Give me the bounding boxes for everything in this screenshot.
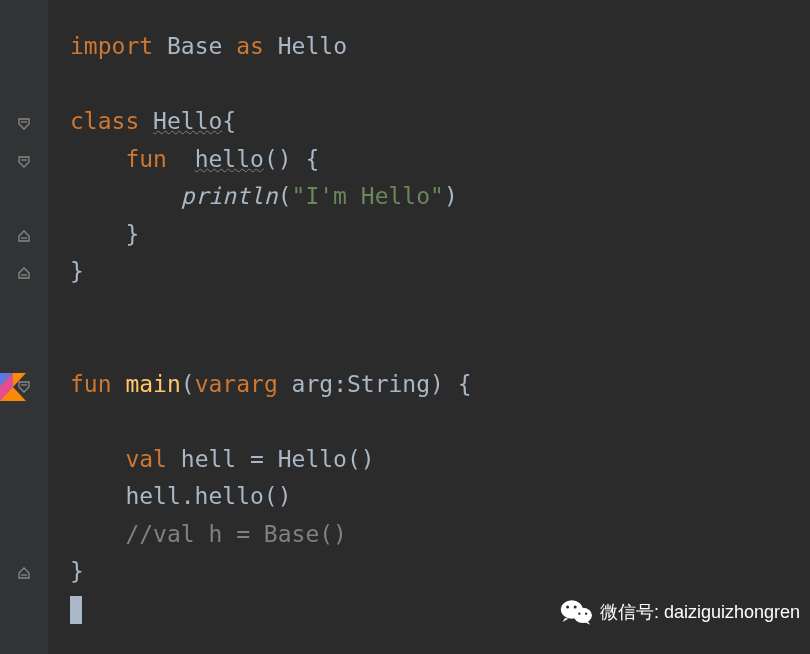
code-line: } <box>48 216 810 254</box>
wechat-watermark: 微信号: daiziguizhongren <box>560 598 800 626</box>
code-line: class Hello{ <box>48 103 810 141</box>
code-line: fun hello() { <box>48 141 810 179</box>
svg-point-4 <box>578 613 580 615</box>
code-line: } <box>48 553 810 591</box>
code-line: val hell = Hello() <box>48 441 810 479</box>
fold-end-icon[interactable] <box>17 266 31 280</box>
svg-point-2 <box>566 605 569 608</box>
code-line: hell.hello() <box>48 478 810 516</box>
fold-collapse-icon[interactable] <box>17 380 31 394</box>
code-line: //val h = Base() <box>48 516 810 554</box>
code-content[interactable]: import Base as Hello class Hello{ fun he… <box>48 0 810 654</box>
fold-end-icon[interactable] <box>17 229 31 243</box>
code-editor: import Base as Hello class Hello{ fun he… <box>0 0 810 654</box>
svg-point-3 <box>574 605 577 608</box>
svg-point-5 <box>585 613 587 615</box>
code-line <box>48 66 810 104</box>
code-line <box>48 328 810 366</box>
code-line: fun main(vararg arg:String) { <box>48 366 810 404</box>
fold-collapse-icon[interactable] <box>17 155 31 169</box>
code-line: } <box>48 253 810 291</box>
code-line: import Base as Hello <box>48 28 810 66</box>
code-line: println("I'm Hello") <box>48 178 810 216</box>
fold-collapse-icon[interactable] <box>17 117 31 131</box>
wechat-icon <box>560 598 592 626</box>
editor-gutter <box>0 0 48 654</box>
code-line <box>48 403 810 441</box>
watermark-text: 微信号: daiziguizhongren <box>600 600 800 624</box>
svg-point-1 <box>573 608 592 623</box>
code-line <box>48 291 810 329</box>
fold-end-icon[interactable] <box>17 566 31 580</box>
